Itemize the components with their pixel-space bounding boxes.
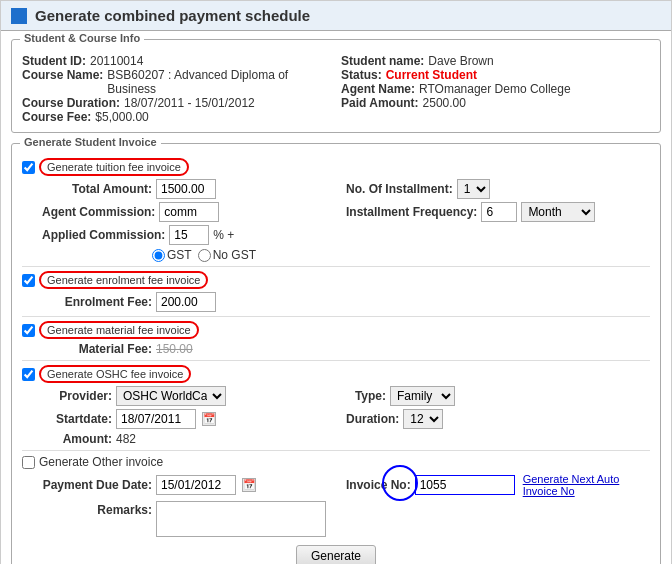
payment-due-label: Payment Due Date: [42,478,152,492]
startdate-label: Startdate: [42,412,112,426]
installment-freq-unit-select[interactable]: MonthWeekFortnight [521,202,595,222]
enrolment-fee-label: Enrolment Fee: [42,295,152,309]
type-group: Type: FamilySingleCouple [346,386,650,406]
no-installment-label: No. Of Installment: [346,182,453,196]
type-label: Type: [346,389,386,403]
enrolment-row1: Enrolment Fee: [22,292,650,312]
bottom-row1: Payment Due Date: Invoice No: Generate N… [22,473,650,497]
gst-radio[interactable] [152,249,165,262]
agent-commission-input[interactable] [159,202,219,222]
other-checkbox-row: Generate Other invoice [22,455,650,469]
amount-label: Amount: [42,432,112,446]
material-checkbox-row: Generate material fee invoice [22,321,650,339]
student-name-row: Student name: Dave Brown [341,54,650,68]
type-select[interactable]: FamilySingleCouple [390,386,455,406]
other-checkbox[interactable] [22,456,35,469]
course-duration-row: Course Duration: 18/07/2011 - 15/01/2012 [22,96,331,110]
page-wrapper: Generate combined payment schedule Stude… [0,0,672,564]
material-section: Generate material fee invoice Material F… [22,321,650,356]
tuition-checkbox-row: Generate tuition fee invoice [22,158,650,176]
material-checkbox[interactable] [22,324,35,337]
no-gst-radio[interactable] [198,249,211,262]
startdate-calendar-icon[interactable] [202,412,216,426]
page-title: Generate combined payment schedule [35,7,310,24]
paid-amount-row: Paid Amount: 2500.00 [341,96,650,110]
total-amount-group: Total Amount: [42,179,346,199]
course-fee-row: Course Fee: $5,000.00 [22,110,331,124]
no-gst-radio-label[interactable]: No GST [198,248,256,262]
generate-button[interactable]: Generate [296,545,376,564]
remarks-label: Remarks: [42,503,152,517]
tuition-checkbox[interactable] [22,161,35,174]
paid-amount-label: Paid Amount: [341,96,419,110]
course-fee-value: $5,000.00 [95,110,148,124]
course-duration-value: 18/07/2011 - 15/01/2012 [124,96,255,110]
agent-commission-group: Agent Commission: [42,202,346,222]
enrolment-fee-input[interactable] [156,292,216,312]
student-info-section: Student & Course Info Student ID: 201100… [11,39,661,133]
status-row: Status: Current Student [341,68,650,82]
invoice-no-label: Invoice No: [346,478,411,492]
enrolment-section: Generate enrolment fee invoice Enrolment… [22,271,650,312]
provider-select[interactable]: OSHC WorldCareAllianz [116,386,226,406]
gst-radio-label[interactable]: GST [152,248,192,262]
material-label: Generate material fee invoice [39,321,199,339]
material-fee-group: Material Fee: 150.00 [42,342,650,356]
duration-label: Duration: [346,412,399,426]
remarks-row: Remarks: [22,501,650,537]
invoice-no-group: Invoice No: Generate Next Auto Invoice N… [346,473,650,497]
payment-due-input[interactable] [156,475,236,495]
oshc-row2: Startdate: Duration: 12631 [22,409,650,429]
invoice-section-title: Generate Student Invoice [20,136,161,148]
agent-name-row: Agent Name: RTOmanager Demo College [341,82,650,96]
course-duration-label: Course Duration: [22,96,120,110]
student-id-value: 20110014 [90,54,143,68]
main-content: Student & Course Info Student ID: 201100… [1,31,671,564]
total-amount-input[interactable] [156,179,216,199]
amount-group: Amount: 482 [42,432,650,446]
student-name-label: Student name: [341,54,424,68]
student-info-title: Student & Course Info [20,32,144,44]
no-installment-select[interactable]: 123456 [457,179,490,199]
oshc-checkbox[interactable] [22,368,35,381]
student-name-value: Dave Brown [428,54,493,68]
generate-button-row: Generate [22,541,650,564]
paid-amount-value: 2500.00 [423,96,466,110]
amount-value: 482 [116,432,136,446]
course-name-label: Course Name: [22,68,103,82]
applied-commission-label: Applied Commission: [42,228,165,242]
duration-group: Duration: 12631 [346,409,650,429]
applied-commission-input[interactable] [169,225,209,245]
oshc-row3: Amount: 482 [22,432,650,446]
student-id-label: Student ID: [22,54,86,68]
oshc-checkbox-row: Generate OSHC fee invoice [22,365,650,383]
total-amount-label: Total Amount: [42,182,152,196]
tuition-row2: Agent Commission: Installment Frequency:… [22,202,650,222]
other-section: Generate Other invoice [22,455,650,469]
course-name-value: BSB60207 : Advanced Diploma of Business [107,68,331,96]
invoice-no-input[interactable] [415,475,515,495]
installment-freq-label: Installment Frequency: [346,205,477,219]
no-gst-option-label: No GST [213,248,256,262]
status-label: Status: [341,68,382,82]
remarks-textarea[interactable] [156,501,326,537]
payment-due-calendar-icon[interactable] [242,478,256,492]
enrolment-checkbox[interactable] [22,274,35,287]
provider-group: Provider: OSHC WorldCareAllianz [42,386,346,406]
enrolment-checkbox-row: Generate enrolment fee invoice [22,271,650,289]
agent-name-label: Agent Name: [341,82,415,96]
generate-next-link[interactable]: Generate Next Auto Invoice No [523,473,650,497]
tuition-label: Generate tuition fee invoice [39,158,189,176]
remarks-group: Remarks: [42,501,650,537]
oshc-label: Generate OSHC fee invoice [39,365,191,383]
agent-commission-label: Agent Commission: [42,205,155,219]
startdate-input[interactable] [116,409,196,429]
installment-freq-group: Installment Frequency: MonthWeekFortnigh… [346,202,650,222]
startdate-group: Startdate: [42,409,346,429]
installment-freq-input[interactable] [481,202,517,222]
installment-group: No. Of Installment: 123456 [346,179,650,199]
course-name-row: Course Name: BSB60207 : Advanced Diploma… [22,68,331,96]
enrolment-label: Generate enrolment fee invoice [39,271,208,289]
duration-select[interactable]: 12631 [403,409,443,429]
tuition-row3: Applied Commission: % + [22,225,650,245]
